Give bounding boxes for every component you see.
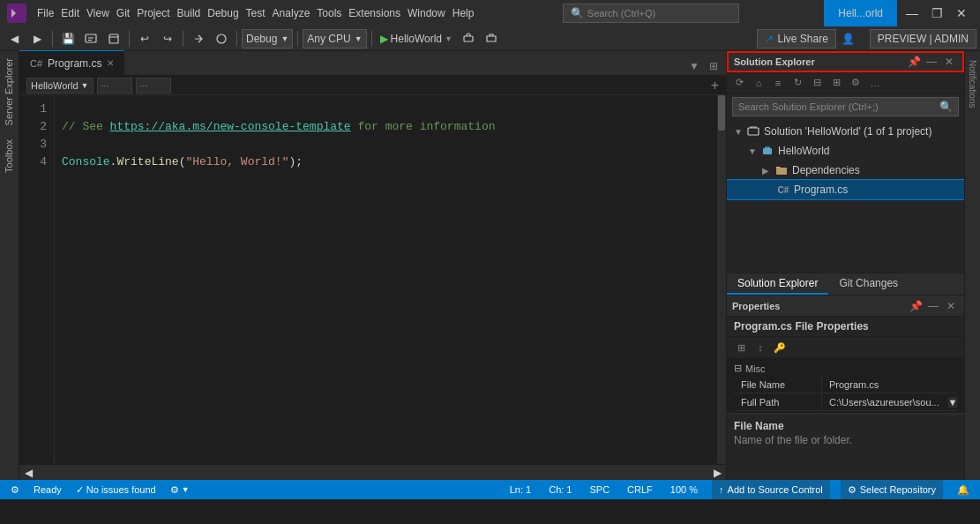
maximize-button[interactable]: ❐ — [925, 2, 948, 25]
project-icon — [760, 144, 774, 158]
close-button[interactable]: ✕ — [950, 2, 973, 25]
status-git-icon[interactable]: ⚙ — [7, 480, 23, 499]
notifications-tab[interactable]: Notifications — [966, 55, 979, 113]
se-more-button[interactable]: … — [866, 74, 884, 92]
prop-page-button[interactable]: 🔑 — [771, 339, 789, 356]
status-location[interactable]: Ln: 1 — [506, 480, 535, 499]
menu-build[interactable]: Build — [174, 0, 205, 26]
menu-git[interactable]: Git — [113, 0, 133, 26]
search-icon-2: 🔍 — [939, 101, 953, 113]
menu-file[interactable]: File — [34, 0, 57, 26]
path-dropdown-3[interactable]: ··· — [136, 78, 171, 94]
live-share-button[interactable]: ↗ Live Share — [757, 29, 835, 49]
menu-project[interactable]: Project — [133, 0, 173, 26]
horizontal-scrollbar[interactable] — [37, 468, 708, 477]
menu-test[interactable]: Test — [243, 0, 269, 26]
toolbar-extra-3[interactable] — [481, 29, 502, 49]
se-collapse-button[interactable]: ⊟ — [808, 74, 826, 92]
tab-list-button[interactable]: ▼ — [685, 57, 703, 75]
path-add-button[interactable]: + — [711, 78, 719, 94]
menu-tools[interactable]: Tools — [313, 0, 345, 26]
misc-label: Misc — [745, 363, 766, 374]
preview-admin-button[interactable]: PREVIEW | ADMIN — [870, 29, 976, 49]
tab-close-icon[interactable]: ✕ — [107, 58, 114, 68]
se-home-button[interactable]: ⌂ — [750, 74, 767, 92]
debug-config-dropdown[interactable]: Debug ▼ — [242, 29, 293, 49]
redo-button[interactable]: ↪ — [157, 29, 178, 49]
path-dropdown-2[interactable]: ··· — [97, 78, 132, 94]
toolbar-attach[interactable] — [458, 29, 479, 49]
menu-debug[interactable]: Debug — [204, 0, 242, 26]
prop-close-button[interactable]: ✕ — [943, 298, 959, 314]
prop-pin-button[interactable]: 📌 — [908, 298, 924, 314]
tree-program-cs[interactable]: C# Program.cs — [727, 180, 964, 199]
tab-split-button[interactable]: ⊞ — [705, 57, 722, 75]
misc-section-header[interactable]: ⊟ Misc — [734, 361, 957, 376]
sidebar-toolbox[interactable]: Toolbox — [0, 132, 19, 180]
se-sync-button[interactable]: ⟳ — [730, 74, 748, 92]
toolbar-extra-1[interactable] — [188, 29, 209, 49]
select-repository-button[interactable]: ⚙ Select Repository — [841, 480, 943, 499]
sidebar-server-explorer[interactable]: Server Explorer — [0, 51, 19, 132]
run-dropdown-icon: ▼ — [445, 34, 453, 43]
scroll-left-button[interactable]: ◀ — [19, 467, 37, 479]
pin-button[interactable]: 📌 — [906, 54, 922, 70]
minimize-button[interactable]: — — [901, 2, 924, 25]
forward-button[interactable]: ▶ — [26, 29, 48, 49]
save-all-button[interactable]: 💾 — [57, 29, 79, 49]
se-views-button[interactable]: ⊞ — [827, 74, 845, 92]
tree-project[interactable]: ▼ HelloWorld — [727, 141, 964, 161]
prop-sort-button[interactable]: ↕ — [752, 339, 769, 356]
search-input[interactable] — [738, 101, 936, 112]
solution-explorer-title: Solution Explorer — [734, 56, 815, 67]
scroll-right-button[interactable]: ▶ — [708, 467, 726, 479]
platform-dropdown[interactable]: Any CPU ▼ — [303, 29, 366, 49]
tab-solution-explorer[interactable]: Solution Explorer — [727, 273, 828, 295]
code-editor[interactable]: 1 2 3 4 // See https://aka.ms/new-consol… — [19, 95, 726, 464]
tab-git-changes[interactable]: Git Changes — [828, 273, 909, 295]
menu-edit[interactable]: Edit — [57, 0, 83, 26]
path-helloworld-dropdown[interactable]: HelloWorld ▼ — [26, 78, 94, 94]
code-content[interactable]: // See https://aka.ms/new-console-templa… — [55, 95, 717, 464]
prop-scroll-button[interactable]: ▼ — [948, 397, 957, 408]
repo-icon: ⚙ — [848, 484, 857, 496]
menu-help[interactable]: Help — [449, 0, 478, 26]
section-collapse-icon: ⊟ — [734, 363, 742, 374]
prop-autohide-button[interactable]: — — [925, 298, 941, 314]
tree-dependencies[interactable]: ▶ Dependencies — [727, 161, 964, 180]
right-panel: Solution Explorer 📌 — ✕ ⟳ ⌂ ≡ ↻ ⊟ ⊞ ⚙ … … — [726, 51, 964, 480]
menu-extensions[interactable]: Extensions — [345, 0, 404, 26]
se-settings-button[interactable]: ⚙ — [847, 74, 864, 92]
status-encoding[interactable]: CRLF — [624, 480, 656, 499]
menu-window[interactable]: Window — [404, 0, 449, 26]
add-to-source-control-button[interactable]: ↑ Add to Source Control — [712, 480, 830, 499]
status-git-action[interactable]: ⚙ ▼ — [167, 480, 193, 499]
status-col[interactable]: Ch: 1 — [545, 480, 575, 499]
back-button[interactable]: ◀ — [4, 29, 25, 49]
vertical-scrollbar[interactable] — [717, 95, 726, 464]
solution-explorer-search[interactable]: 🔍 — [732, 97, 959, 116]
prop-grid-button[interactable]: ⊞ — [732, 339, 750, 356]
se-show-all-button[interactable]: ≡ — [769, 74, 787, 92]
se-refresh-button[interactable]: ↻ — [789, 74, 806, 92]
global-search-input[interactable]: 🔍 Search (Ctrl+Q) — [563, 4, 739, 23]
toolbar-btn-3[interactable] — [103, 29, 124, 49]
undo-button[interactable]: ↩ — [134, 29, 155, 49]
status-spaces[interactable]: SPC — [586, 480, 613, 499]
project-label: HelloWorld — [778, 145, 829, 157]
notifications-bell[interactable]: 🔔 — [954, 480, 973, 499]
build-button[interactable] — [80, 29, 101, 49]
status-zoom[interactable]: 100 % — [667, 480, 701, 499]
scrollbar-thumb[interactable] — [718, 95, 725, 131]
account-button[interactable]: 👤 — [838, 29, 859, 49]
close-panel-button[interactable]: ✕ — [941, 54, 957, 70]
notifications-sidebar: Notifications — [964, 51, 980, 480]
editor-tab-program-cs[interactable]: C# Program.cs ✕ — [19, 50, 124, 75]
toolbar-extra-2[interactable] — [211, 29, 232, 49]
menu-analyze[interactable]: Analyze — [269, 0, 314, 26]
status-no-issues[interactable]: ✓ No issues found — [72, 480, 160, 499]
run-button[interactable]: ▶ HelloWorld ▼ — [377, 33, 456, 45]
auto-hide-button[interactable]: — — [924, 54, 939, 70]
menu-view[interactable]: View — [83, 0, 113, 26]
tree-solution[interactable]: ▼ Solution 'HelloWorld' (1 of 1 project) — [727, 122, 964, 141]
